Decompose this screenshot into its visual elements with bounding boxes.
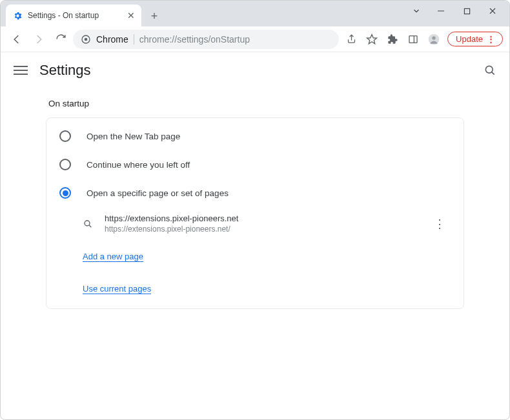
settings-content: On startup Open the New Tab page Continu… bbox=[1, 88, 509, 335]
reload-button[interactable] bbox=[51, 30, 70, 49]
back-button[interactable] bbox=[7, 30, 26, 49]
gear-icon bbox=[12, 10, 23, 21]
sidepanel-button[interactable] bbox=[403, 30, 423, 49]
radio-label: Open the New Tab page bbox=[87, 132, 180, 141]
startup-page-row: https://extensions.pixel-pioneers.net ht… bbox=[46, 207, 464, 240]
link-row-use-current: Use current pages bbox=[46, 272, 464, 305]
omnibox-divider bbox=[134, 34, 134, 45]
page-title-text: https://extensions.pixel-pioneers.net bbox=[105, 214, 417, 223]
svg-point-5 bbox=[85, 37, 88, 41]
tab-title: Settings - On startup bbox=[28, 11, 122, 20]
share-button[interactable] bbox=[342, 30, 361, 49]
section-title: On startup bbox=[46, 92, 464, 117]
radio-icon bbox=[59, 159, 71, 170]
maximize-button[interactable] bbox=[454, 2, 480, 20]
settings-header: Settings bbox=[1, 52, 509, 88]
page-title: Settings bbox=[39, 62, 91, 79]
kebab-menu-icon: ⋮ bbox=[487, 34, 495, 44]
profile-button[interactable] bbox=[424, 30, 444, 49]
extensions-button[interactable] bbox=[383, 30, 402, 49]
radio-open-new-tab[interactable]: Open the New Tab page bbox=[46, 122, 464, 150]
search-button[interactable] bbox=[484, 64, 496, 77]
page-url-text: https://extensions.pixel-pioneers.net/ bbox=[105, 225, 417, 234]
window-controls bbox=[405, 2, 509, 26]
bookmark-button[interactable] bbox=[362, 30, 382, 49]
radio-label: Open a specific page or set of pages bbox=[87, 188, 229, 198]
browser-tab[interactable]: Settings - On startup ✕ bbox=[6, 5, 141, 26]
address-bar[interactable]: Chrome chrome://settings/onStartup bbox=[73, 30, 339, 49]
use-current-link[interactable]: Use current pages bbox=[83, 284, 151, 294]
update-label: Update bbox=[456, 34, 483, 44]
omnibox-path: chrome://settings/onStartup bbox=[139, 34, 250, 45]
close-icon[interactable]: ✕ bbox=[127, 10, 135, 21]
svg-point-10 bbox=[432, 36, 435, 39]
titlebar: Settings - On startup ✕ + bbox=[1, 1, 509, 26]
svg-line-14 bbox=[89, 225, 91, 227]
tab-search-button[interactable] bbox=[405, 2, 428, 20]
svg-point-13 bbox=[85, 221, 90, 226]
more-actions-button[interactable]: ⋮ bbox=[429, 215, 451, 232]
new-tab-button[interactable]: + bbox=[145, 7, 163, 25]
menu-button[interactable] bbox=[14, 63, 28, 77]
radio-label: Continue where you left off bbox=[87, 160, 190, 170]
svg-point-11 bbox=[485, 66, 493, 73]
svg-marker-6 bbox=[367, 34, 377, 43]
close-window-button[interactable] bbox=[480, 2, 505, 20]
startup-card: Open the New Tab page Continue where you… bbox=[46, 117, 464, 309]
svg-rect-1 bbox=[464, 8, 469, 14]
link-row-add: Add a new page bbox=[46, 240, 464, 272]
search-icon bbox=[83, 219, 93, 229]
svg-line-12 bbox=[492, 72, 495, 75]
update-button[interactable]: Update ⋮ bbox=[447, 32, 503, 46]
add-page-link[interactable]: Add a new page bbox=[83, 252, 143, 262]
toolbar: Chrome chrome://settings/onStartup Updat… bbox=[1, 26, 509, 52]
minimize-button[interactable] bbox=[428, 2, 454, 20]
forward-button[interactable] bbox=[29, 30, 48, 49]
site-icon bbox=[81, 34, 91, 45]
svg-rect-7 bbox=[409, 35, 417, 43]
radio-continue[interactable]: Continue where you left off bbox=[46, 150, 464, 179]
omnibox-origin: Chrome bbox=[96, 34, 128, 45]
radio-icon bbox=[59, 130, 71, 142]
radio-specific-pages[interactable]: Open a specific page or set of pages bbox=[46, 179, 464, 207]
radio-icon bbox=[59, 187, 71, 199]
